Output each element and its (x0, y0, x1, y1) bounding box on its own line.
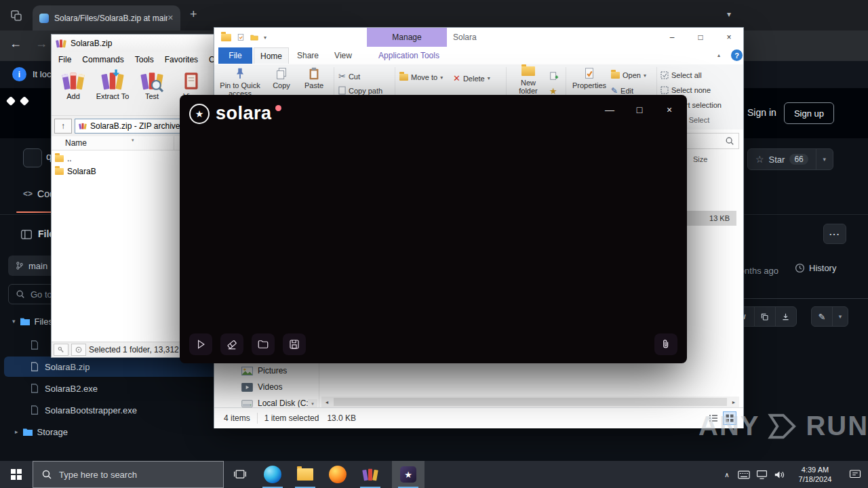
browser-tab[interactable]: Solara/Files/SolaraB.zip at main ✕ (33, 5, 180, 30)
edit-button[interactable]: ✎ Edit (611, 86, 633, 96)
tab-search-icon[interactable] (9, 9, 23, 22)
taskbar-solara-active[interactable]: ★ (392, 461, 425, 488)
move-to-button[interactable]: Move to▾ (399, 73, 443, 81)
qat-properties-icon[interactable] (237, 33, 245, 41)
clear-button[interactable] (220, 333, 243, 355)
add-button[interactable]: Add (54, 69, 92, 100)
cut-button[interactable]: ✂Cut (338, 71, 360, 81)
copy-path-button[interactable]: Copy path (338, 86, 382, 95)
star-dropdown-icon[interactable]: ▾ (816, 149, 833, 169)
up-directory-button[interactable]: ↑ (54, 119, 72, 134)
screen: Solara/Files/SolaraB.zip at main ✕ + ▾ ←… (0, 0, 868, 488)
menu-tools[interactable]: Tools (130, 55, 159, 64)
open-button[interactable]: Open▾ (611, 71, 646, 79)
new-tab-button[interactable]: + (190, 7, 197, 22)
tab-home[interactable]: Home (254, 47, 289, 64)
tab-application-tools[interactable]: Application Tools (369, 47, 449, 64)
edit-pencil-icon[interactable]: ✎ (812, 307, 832, 326)
taskbar-explorer[interactable] (289, 461, 321, 488)
scroll-left-icon[interactable]: ◄ (321, 400, 332, 405)
scrollbar-thumb[interactable] (334, 398, 727, 406)
minimize-button[interactable]: — (595, 100, 625, 119)
open-folder-icon (611, 72, 620, 79)
menu-file[interactable]: File (53, 55, 77, 64)
delete-button[interactable]: ✕ Delete▾ (453, 73, 490, 83)
tray-expand-icon[interactable]: ∧ (719, 461, 735, 488)
edit-button-group: ✎ ▾ (811, 306, 848, 327)
taskbar-firefox[interactable] (321, 461, 354, 488)
chevron-down-icon[interactable]: ▾ (7, 318, 16, 325)
volume-icon[interactable] (770, 461, 788, 488)
taskbar-search-box[interactable]: Type here to search (33, 461, 224, 488)
copy-raw-button[interactable] (754, 307, 775, 326)
save-button[interactable] (283, 333, 306, 355)
test-button[interactable]: Test (133, 69, 171, 100)
star-icon: ☆ (755, 154, 764, 165)
network-icon[interactable] (753, 461, 770, 488)
sign-up-button[interactable]: Sign up (784, 102, 834, 124)
copy-button[interactable]: Copy (266, 66, 297, 89)
nav-item-videos[interactable]: Videos (241, 379, 282, 395)
sign-in-link[interactable]: Sign in (747, 107, 776, 118)
tree-file-item[interactable]: SolaraB2.exe (4, 378, 221, 399)
star-label: Star (769, 155, 785, 165)
horizontal-scrollbar[interactable]: ◄ ► (321, 396, 739, 407)
maximize-button[interactable]: □ (686, 29, 715, 45)
start-button[interactable] (0, 461, 33, 488)
select-none-button[interactable]: Select none (660, 86, 711, 94)
menu-favorites[interactable]: Favorites (159, 55, 203, 64)
ribbon-collapse-icon[interactable]: ▴ (717, 52, 720, 58)
attach-button[interactable] (654, 333, 677, 355)
touch-keyboard-icon[interactable] (735, 461, 753, 488)
nav-item-pictures[interactable]: Pictures (241, 363, 287, 379)
new-folder-button[interactable]: New folder (511, 66, 546, 95)
help-button[interactable]: ? (731, 49, 743, 61)
close-button[interactable]: × (654, 100, 684, 119)
explorer-title-bar[interactable]: ▾ Manage Solara – □ × (214, 28, 743, 47)
info-icon: i (12, 67, 26, 81)
tab-share[interactable]: Share (290, 47, 326, 64)
select-all-button[interactable]: Select all (660, 71, 702, 79)
taskbar-winrar[interactable] (354, 461, 387, 488)
maximize-button[interactable]: □ (625, 100, 654, 119)
chevron-right-icon[interactable]: ▸ (15, 428, 18, 435)
pin-to-quick-access-button[interactable]: Pin to Quick access (218, 66, 262, 98)
minimize-button[interactable]: – (658, 29, 686, 45)
close-button[interactable]: × (715, 29, 743, 45)
scroll-right-icon[interactable]: ► (728, 400, 739, 405)
paste-button[interactable]: Paste (298, 66, 330, 89)
sidebar-collapse-icon[interactable] (20, 228, 33, 241)
forward-icon[interactable]: → (35, 37, 47, 51)
properties-button[interactable]: Properties (570, 66, 608, 89)
extract-to-button[interactable]: Extract To (94, 69, 132, 100)
tab-list-chevron-icon[interactable]: ▾ (727, 9, 731, 19)
menu-commands[interactable]: Commands (77, 55, 129, 64)
qat-customize-chevron-icon[interactable]: ▾ (264, 35, 267, 41)
new-item-icon[interactable] (549, 71, 559, 81)
task-view-button[interactable] (224, 461, 256, 488)
save-icon (288, 338, 300, 350)
taskbar-edge[interactable] (256, 461, 289, 488)
column-name[interactable]: Name (52, 138, 87, 148)
back-icon[interactable]: ← (9, 37, 22, 51)
tree-file-item[interactable]: SolaraBootstrapper.exe (4, 400, 221, 420)
star-button[interactable]: ☆ Star 66 ▾ (747, 148, 833, 170)
tab-view[interactable]: View (327, 47, 359, 64)
column-size[interactable]: Size (693, 155, 707, 163)
action-center-button[interactable] (842, 461, 868, 488)
tree-folder-files[interactable]: ▾ Files (7, 312, 53, 330)
column-divider[interactable] (174, 136, 174, 150)
open-file-button[interactable] (252, 333, 275, 355)
clock[interactable]: 4:39 AM 7/18/2024 (788, 461, 842, 488)
history-button[interactable]: History (795, 263, 836, 273)
download-raw-button[interactable] (775, 307, 796, 326)
overflow-menu-button[interactable]: ··· (823, 224, 846, 244)
repo-avatar[interactable] (23, 148, 42, 167)
anyrun-watermark: ANY RUN (698, 411, 868, 441)
tab-close-icon[interactable]: ✕ (167, 14, 174, 22)
tree-folder-storage[interactable]: ▸ Storage (4, 422, 221, 442)
execute-button[interactable] (189, 333, 212, 355)
qat-new-folder-icon[interactable] (250, 33, 258, 41)
tab-file[interactable]: File (218, 47, 252, 64)
edit-dropdown-icon[interactable]: ▾ (832, 307, 848, 326)
